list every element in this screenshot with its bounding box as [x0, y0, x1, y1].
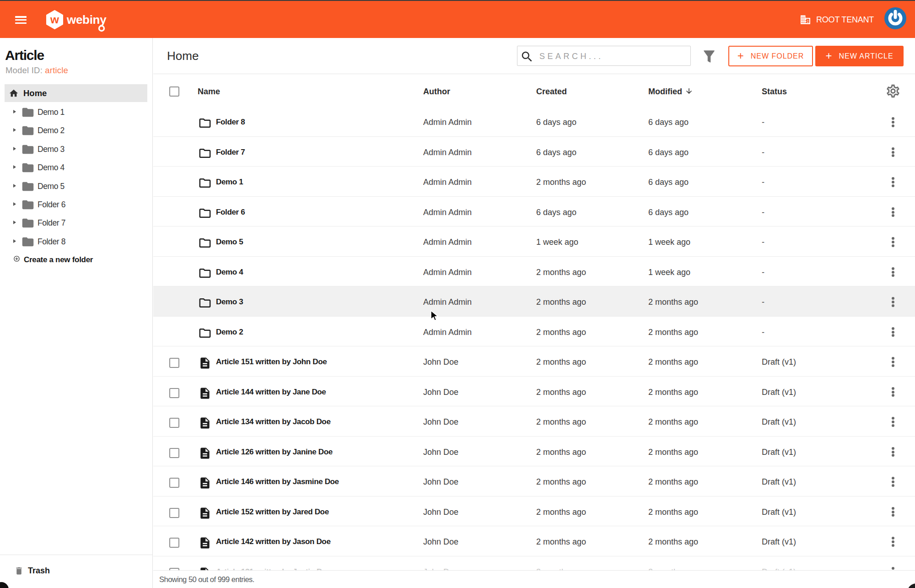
svg-text:w: w	[50, 13, 59, 26]
